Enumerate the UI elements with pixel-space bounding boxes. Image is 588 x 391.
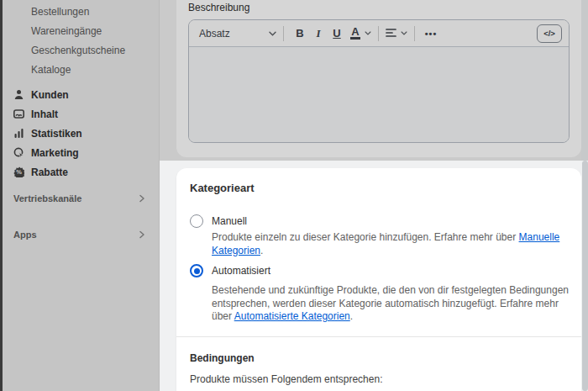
automated-categories-link[interactable]: Automatisierte Kategorien (234, 310, 350, 322)
sidebar-item-label: Wareneingänge (31, 25, 102, 37)
bold-button[interactable]: B (292, 24, 307, 44)
paragraph-style-dropdown[interactable]: Absatz (199, 28, 276, 40)
text-color-label: A (351, 27, 359, 36)
admin-page: Bestellungen Wareneingänge Geschenkgutsc… (0, 0, 588, 391)
more-options-button[interactable]: ••• (423, 24, 438, 44)
radio-option-manuell[interactable]: Manuell (190, 214, 568, 228)
sidebar-section-apps[interactable]: Apps (3, 225, 159, 245)
sidebar-item-label: Marketing (31, 147, 79, 159)
code-view-button[interactable]: </> (537, 24, 562, 43)
conditions-subtitle: Produkte müssen Folgendem entsprechen: (190, 373, 568, 386)
toolbar-separator (414, 26, 415, 41)
radio-option-automatisiert[interactable]: Automatisiert (190, 264, 568, 277)
sidebar-item-inhalt[interactable]: Inhalt (3, 104, 159, 124)
radio-unchecked[interactable] (190, 214, 203, 228)
sidebar-mainnav: Kunden Inhalt Statistiken Marketing (3, 85, 159, 182)
sidebar-item-kataloge[interactable]: Kataloge (3, 60, 159, 79)
option-description: Bestehende und zukünftige Produkte, die … (212, 284, 571, 324)
description-text: . (350, 310, 353, 322)
radio-label: Manuell (212, 214, 247, 228)
sidebar-item-label: Inhalt (31, 108, 58, 120)
person-icon (13, 89, 24, 100)
chevron-right-icon (139, 230, 145, 239)
sidebar-item-label: Kataloge (31, 64, 71, 76)
section-divider (176, 336, 581, 337)
chevron-down-icon (401, 31, 407, 35)
chevron-down-icon (365, 31, 371, 35)
sidebar-item-label: Geschenkgutscheine (31, 45, 125, 56)
description-card: Beschreibung Absatz B I U A (176, 0, 581, 157)
rte-content-area[interactable] (189, 47, 569, 142)
sidebar-item-label: Bestellungen (31, 6, 89, 18)
description-text: Produkte einzeln zu dieser Kategorie hin… (212, 231, 519, 243)
text-color-dropdown[interactable]: A (346, 24, 371, 44)
sidebar-section-label: Apps (13, 230, 37, 240)
sidebar-item-kunden[interactable]: Kunden (3, 85, 159, 104)
chevron-right-icon (139, 194, 145, 203)
discount-badge-icon: % (13, 166, 24, 177)
toolbar-separator (378, 26, 379, 41)
align-left-icon (386, 26, 397, 41)
rich-text-editor: Absatz B I U A (188, 19, 570, 143)
scrollbar-thumb[interactable] (582, 161, 588, 391)
text-color-button: A (348, 24, 363, 44)
sidebar-item-geschenkgutscheine[interactable]: Geschenkgutscheine (3, 40, 159, 60)
card-title: Kategorieart (190, 182, 568, 195)
sidebar-section-label: Vertriebskanäle (13, 193, 81, 203)
sidebar-item-marketing[interactable]: Marketing (3, 143, 159, 162)
paragraph-style-value: Absatz (199, 28, 230, 40)
sidebar-item-label: Rabatte (31, 166, 68, 178)
chevron-down-icon (269, 31, 276, 36)
category-type-card: Kategorieart Manuell Produkte einzeln zu… (176, 168, 581, 391)
alignment-dropdown[interactable] (386, 26, 407, 41)
sidebar-item-bestellungen[interactable]: Bestellungen (3, 2, 159, 21)
conditions-title: Bedingungen (190, 352, 568, 365)
sidebar: Bestellungen Wareneingänge Geschenkgutsc… (3, 0, 160, 391)
radio-label: Automatisiert (212, 264, 270, 277)
sidebar-section-vertriebskanaele[interactable]: Vertriebskanäle (3, 188, 159, 209)
description-label: Beschreibung (188, 2, 570, 14)
option-description: Produkte einzeln zu dieser Kategorie hin… (212, 231, 571, 257)
italic-button[interactable]: I (311, 24, 326, 44)
sidebar-subnav: Bestellungen Wareneingänge Geschenkgutsc… (3, 2, 159, 79)
radio-checked[interactable] (190, 264, 203, 277)
description-text: . (260, 245, 263, 256)
color-bar (350, 37, 360, 40)
rte-toolbar: Absatz B I U A (189, 20, 569, 47)
sidebar-item-statistiken[interactable]: Statistiken (3, 124, 159, 143)
content-icon (13, 108, 24, 119)
sidebar-item-rabatte[interactable]: % Rabatte (3, 162, 159, 182)
bar-chart-icon (13, 128, 24, 139)
sidebar-item-label: Statistiken (31, 128, 82, 140)
sidebar-item-wareneingaenge[interactable]: Wareneingänge (3, 21, 159, 40)
svg-text:%: % (16, 168, 22, 176)
marketing-target-icon (13, 147, 24, 158)
underline-button[interactable]: U (329, 24, 344, 44)
sidebar-item-label: Kunden (31, 89, 69, 101)
toolbar-separator (283, 26, 284, 41)
